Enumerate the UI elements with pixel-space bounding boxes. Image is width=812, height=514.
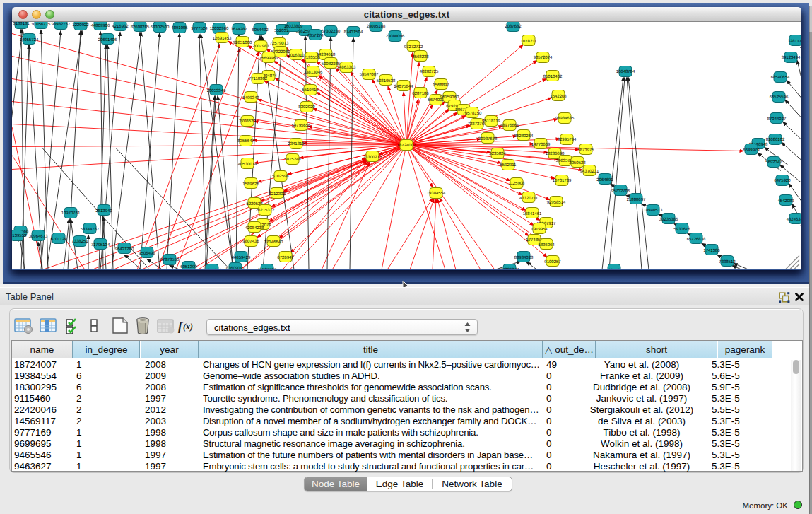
- svg-text:58344767: 58344767: [81, 227, 100, 232]
- svg-text:34863303: 34863303: [337, 65, 356, 70]
- svg-text:50319538: 50319538: [377, 78, 396, 83]
- svg-text:20691406: 20691406: [98, 37, 117, 42]
- svg-text:21880697: 21880697: [627, 197, 646, 202]
- svg-text:48976661: 48976661: [500, 123, 519, 128]
- svg-text:30964673: 30964673: [29, 234, 48, 239]
- svg-text:85010462: 85010462: [543, 74, 563, 79]
- svg-text:18940513: 18940513: [644, 208, 663, 213]
- svg-text:23300213: 23300213: [363, 155, 382, 160]
- svg-text:9807436: 9807436: [242, 239, 259, 244]
- svg-text:8212302: 8212302: [269, 192, 286, 197]
- svg-text:94284618: 94284618: [317, 52, 336, 57]
- svg-text:43320711: 43320711: [519, 196, 539, 201]
- svg-text:1125908: 1125908: [509, 181, 526, 186]
- svg-text:5930676: 5930676: [673, 227, 690, 232]
- svg-text:18724007: 18724007: [397, 143, 416, 148]
- svg-text:67302230: 67302230: [322, 29, 341, 34]
- svg-text:8568238: 8568238: [412, 54, 429, 59]
- svg-text:82995794: 82995794: [558, 137, 577, 142]
- svg-text:1919954: 1919954: [531, 227, 548, 232]
- svg-text:83934028: 83934028: [514, 255, 534, 260]
- svg-text:54795656: 54795656: [292, 123, 311, 128]
- svg-text:9506498: 9506498: [139, 251, 155, 256]
- svg-text:68540654: 68540654: [771, 75, 790, 80]
- svg-text:12032960: 12032960: [210, 26, 229, 31]
- svg-text:1542208: 1542208: [550, 94, 567, 99]
- svg-text:67873550: 67873550: [160, 257, 180, 262]
- svg-text:93982757: 93982757: [52, 22, 71, 27]
- svg-text:82608285: 82608285: [131, 25, 150, 30]
- svg-text:1741386: 1741386: [703, 248, 720, 253]
- svg-text:33813046: 33813046: [304, 70, 323, 75]
- svg-text:9777524: 9777524: [191, 26, 208, 31]
- svg-text:79578150: 79578150: [463, 111, 482, 116]
- svg-text:6475920: 6475920: [774, 178, 791, 183]
- svg-text:2064691: 2064691: [596, 177, 613, 182]
- svg-text:9100257: 9100257: [544, 259, 561, 264]
- svg-text:14770669: 14770669: [531, 142, 551, 147]
- svg-text:77836374: 77836374: [500, 267, 519, 270]
- svg-text:6054432: 6054432: [252, 28, 269, 33]
- svg-text:95118119: 95118119: [482, 119, 500, 124]
- svg-text:24075644: 24075644: [394, 84, 413, 89]
- svg-text:94370231: 94370231: [580, 169, 599, 174]
- svg-text:81686102: 81686102: [766, 137, 785, 142]
- svg-text:8302020: 8302020: [298, 105, 315, 110]
- svg-text:6701129: 6701129: [51, 237, 68, 242]
- svg-text:5692347: 5692347: [765, 160, 782, 165]
- svg-text:63302500: 63302500: [151, 25, 170, 30]
- svg-text:87044027: 87044027: [767, 117, 787, 122]
- svg-text:26215372: 26215372: [256, 208, 275, 213]
- svg-text:4542089: 4542089: [777, 199, 794, 204]
- svg-text:66525596: 66525596: [770, 95, 789, 100]
- svg-text:6499343: 6499343: [242, 95, 259, 100]
- svg-text:6051399: 6051399: [180, 264, 197, 269]
- svg-text:93572074: 93572074: [534, 55, 553, 60]
- svg-text:87431504: 87431504: [344, 30, 363, 35]
- svg-text:71795134: 71795134: [91, 243, 110, 247]
- svg-text:3873975: 3873975: [577, 148, 594, 153]
- svg-text:7338251: 7338251: [71, 239, 88, 244]
- svg-text:59547007: 59547007: [360, 72, 379, 77]
- svg-text:(x): (x): [183, 322, 193, 332]
- svg-text:16033809: 16033809: [284, 24, 303, 29]
- svg-text:1220922: 1220922: [72, 23, 89, 28]
- svg-text:83609091: 83609091: [226, 266, 245, 270]
- svg-text:16841461: 16841461: [523, 211, 542, 216]
- svg-text:28005188: 28005188: [367, 24, 386, 29]
- svg-text:5102598: 5102598: [272, 174, 289, 179]
- svg-text:75699963: 75699963: [259, 56, 278, 61]
- svg-text:2341310: 2341310: [288, 141, 305, 146]
- svg-text:91056775: 91056775: [32, 22, 51, 27]
- svg-text:49139553: 49139553: [12, 233, 27, 238]
- svg-text:2813940: 2813940: [95, 209, 112, 214]
- svg-text:11537797: 11537797: [258, 267, 277, 270]
- svg-text:1568897: 1568897: [433, 83, 449, 88]
- svg-text:96421280: 96421280: [115, 247, 134, 252]
- svg-text:92651000: 92651000: [233, 40, 252, 45]
- svg-text:30937678: 30937678: [478, 136, 498, 141]
- svg-text:6649979: 6649979: [743, 148, 760, 153]
- svg-text:6726947: 6726947: [277, 255, 294, 260]
- svg-text:8355647: 8355647: [237, 139, 254, 144]
- svg-text:14055724: 14055724: [20, 37, 39, 42]
- svg-text:5519415: 5519415: [302, 88, 319, 93]
- svg-text:1836064: 1836064: [538, 243, 555, 247]
- svg-text:48246343: 48246343: [787, 217, 801, 222]
- svg-text:2708620: 2708620: [239, 119, 256, 124]
- svg-text:10970761: 10970761: [61, 211, 81, 216]
- svg-text:87841613: 87841613: [203, 268, 222, 270]
- svg-text:16648784: 16648784: [616, 69, 635, 74]
- svg-text:98984635: 98984635: [555, 116, 575, 121]
- svg-text:30235386: 30235386: [659, 217, 678, 222]
- svg-text:5815248: 5815248: [284, 157, 301, 162]
- svg-text:40202725: 40202725: [420, 69, 439, 74]
- svg-text:3674287: 3674287: [230, 27, 247, 32]
- svg-text:39123494: 39123494: [782, 55, 801, 60]
- svg-text:5235824: 5235824: [489, 151, 506, 156]
- svg-text:1604195: 1604195: [606, 268, 623, 270]
- svg-text:2016310: 2016310: [288, 53, 305, 58]
- svg-text:20053346: 20053346: [207, 88, 226, 93]
- svg-text:16701739: 16701739: [553, 178, 572, 183]
- svg-text:17146640: 17146640: [264, 240, 283, 245]
